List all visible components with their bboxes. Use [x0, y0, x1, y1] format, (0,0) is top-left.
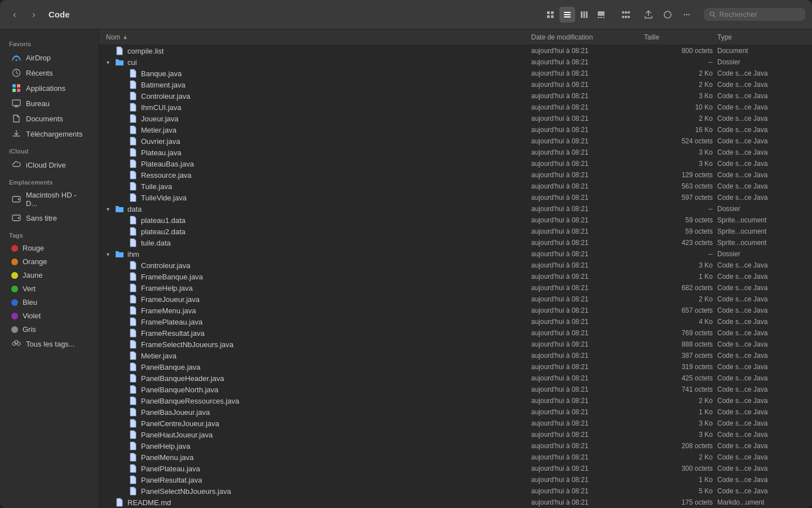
- sidebar-tag-violet[interactable]: Violet: [2, 309, 96, 322]
- file-type-icon: [129, 464, 138, 473]
- table-row[interactable]: PanelSelectNbJoueurs.java aujourd'hui à …: [99, 485, 812, 497]
- svg-rect-32: [12, 100, 20, 106]
- table-row[interactable]: compile.list aujourd'hui à 08:21 800 oct…: [99, 45, 812, 56]
- forward-button[interactable]: ›: [26, 7, 42, 23]
- list-view-button[interactable]: [559, 7, 575, 23]
- col-header-date[interactable]: Date de modification: [531, 33, 644, 41]
- sidebar-item-downloads[interactable]: Téléchargements: [2, 126, 96, 141]
- sidebar-bureau-label: Bureau: [26, 99, 50, 108]
- sidebar-item-macintosh[interactable]: Macintosh HD - D...: [2, 189, 96, 210]
- sidebar-item-documents[interactable]: Documents: [2, 111, 96, 126]
- sidebar-item-icloud-drive[interactable]: iCloud Drive: [2, 157, 96, 172]
- sidebar-tag-bleu[interactable]: Bleu: [2, 296, 96, 309]
- file-date: aujourd'hui à 08:21: [531, 340, 644, 348]
- col-header-type[interactable]: Type: [717, 33, 807, 41]
- table-row[interactable]: plateau1.data aujourd'hui à 08:21 59 oct…: [99, 214, 812, 226]
- table-row[interactable]: FrameHelp.java aujourd'hui à 08:21 682 o…: [99, 282, 812, 294]
- table-row[interactable]: Tuile.java aujourd'hui à 08:21 563 octet…: [99, 181, 812, 192]
- file-type: Document: [717, 47, 807, 55]
- table-row[interactable]: PanelBasJoueur.java aujourd'hui à 08:21 …: [99, 406, 812, 418]
- column-view-button[interactable]: [576, 7, 592, 23]
- file-name: PanelCentreJoueur.java: [104, 419, 531, 428]
- table-row[interactable]: Controleur.java aujourd'hui à 08:21 3 Ko…: [99, 90, 812, 102]
- table-row[interactable]: ▾ data aujourd'hui à 08:21 -- Dossier: [99, 203, 812, 214]
- file-size: 2 Ko: [644, 295, 717, 303]
- sidebar-item-airdrop[interactable]: AirDrop: [2, 50, 96, 65]
- tag-gris-dot: [11, 326, 18, 333]
- col-header-size[interactable]: Taille: [644, 33, 717, 41]
- file-name: PanelBanqueHeader.java: [104, 374, 531, 383]
- back-button[interactable]: ‹: [7, 7, 23, 23]
- table-row[interactable]: PanelPlateau.java aujourd'hui à 08:21 30…: [99, 463, 812, 474]
- table-row[interactable]: FrameJoueur.java aujourd'hui à 08:21 2 K…: [99, 294, 812, 305]
- file-size: 5 Ko: [644, 487, 717, 495]
- sidebar-tag-vert[interactable]: Vert: [2, 282, 96, 295]
- sidebar-item-recents[interactable]: Récents: [2, 65, 96, 80]
- more-button[interactable]: [679, 7, 695, 23]
- sidebar-tag-rouge[interactable]: Rouge: [2, 242, 96, 255]
- table-row[interactable]: PanelBanqueNorth.java aujourd'hui à 08:2…: [99, 384, 812, 395]
- table-row[interactable]: PanelHautJoueur.java aujourd'hui à 08:21…: [99, 429, 812, 440]
- file-list-container[interactable]: Nom Date de modification Taille Type com…: [99, 29, 812, 508]
- table-row[interactable]: PanelResultat.java aujourd'hui à 08:21 1…: [99, 474, 812, 485]
- table-row[interactable]: ▾ cui aujourd'hui à 08:21 -- Dossier: [99, 56, 812, 68]
- table-row[interactable]: README.md aujourd'hui à 08:21 175 octets…: [99, 497, 812, 508]
- table-row[interactable]: plateau2.data aujourd'hui à 08:21 59 oct…: [99, 226, 812, 237]
- table-row[interactable]: Banque.java aujourd'hui à 08:21 2 Ko Cod…: [99, 68, 812, 79]
- table-row[interactable]: IhmCUI.java aujourd'hui à 08:21 10 Ko Co…: [99, 102, 812, 113]
- file-type-icon: [129, 430, 138, 439]
- disclosure-triangle[interactable]: ▾: [104, 58, 112, 66]
- svg-rect-14: [622, 11, 624, 14]
- sidebar-tag-orange[interactable]: Orange: [2, 255, 96, 268]
- file-name: Banque.java: [104, 69, 531, 78]
- table-row[interactable]: TuileVide.java aujourd'hui à 08:21 597 o…: [99, 192, 812, 203]
- file-type: Code s...ce Java: [717, 171, 807, 179]
- icon-view-button[interactable]: [542, 7, 558, 23]
- file-size: 3 Ko: [644, 431, 717, 439]
- table-row[interactable]: PanelMenu.java aujourd'hui à 08:21 2 Ko …: [99, 452, 812, 463]
- sidebar-tag-all[interactable]: Tous les tags...: [2, 336, 96, 351]
- tag-button[interactable]: [660, 7, 676, 23]
- file-type-icon: [129, 272, 138, 281]
- sidebar-tag-jaune[interactable]: Jaune: [2, 269, 96, 282]
- gallery-view-button[interactable]: [593, 7, 609, 23]
- table-row[interactable]: Batiment.java aujourd'hui à 08:21 2 Ko C…: [99, 79, 812, 90]
- table-row[interactable]: PlateauBas.java aujourd'hui à 08:21 3 Ko…: [99, 158, 812, 169]
- sidebar-tag-orange-label: Orange: [23, 257, 47, 266]
- table-row[interactable]: PanelBanqueRessources.java aujourd'hui à…: [99, 395, 812, 406]
- table-row[interactable]: Ressource.java aujourd'hui à 08:21 129 o…: [99, 169, 812, 181]
- table-row[interactable]: PanelHelp.java aujourd'hui à 08:21 208 o…: [99, 440, 812, 452]
- share-button[interactable]: [641, 7, 656, 23]
- table-row[interactable]: Metier.java aujourd'hui à 08:21 16 Ko Co…: [99, 124, 812, 135]
- table-row[interactable]: PanelBanqueHeader.java aujourd'hui à 08:…: [99, 373, 812, 384]
- table-row[interactable]: tuile.data aujourd'hui à 08:21 423 octet…: [99, 237, 812, 248]
- file-name: PanelMenu.java: [104, 453, 531, 462]
- table-row[interactable]: Ouvrier.java aujourd'hui à 08:21 524 oct…: [99, 135, 812, 147]
- table-row[interactable]: FrameBanque.java aujourd'hui à 08:21 1 K…: [99, 271, 812, 282]
- sidebar-tag-gris[interactable]: Gris: [2, 323, 96, 336]
- table-row[interactable]: PanelCentreJoueur.java aujourd'hui à 08:…: [99, 418, 812, 429]
- table-row[interactable]: PanelBanque.java aujourd'hui à 08:21 319…: [99, 361, 812, 373]
- table-row[interactable]: Plateau.java aujourd'hui à 08:21 3 Ko Co…: [99, 147, 812, 158]
- table-row[interactable]: Controleur.java aujourd'hui à 08:21 3 Ko…: [99, 260, 812, 271]
- file-date: aujourd'hui à 08:21: [531, 148, 644, 156]
- sidebar-item-applications[interactable]: Applications: [2, 81, 96, 95]
- col-header-name[interactable]: Nom: [104, 33, 531, 41]
- table-row[interactable]: FrameMenu.java aujourd'hui à 08:21 657 o…: [99, 305, 812, 316]
- sidebar-item-desktop[interactable]: Bureau: [2, 96, 96, 111]
- table-row[interactable]: FrameSelectNbJoueurs.java aujourd'hui à …: [99, 339, 812, 350]
- file-date: aujourd'hui à 08:21: [531, 182, 644, 190]
- table-row[interactable]: FramePlateau.java aujourd'hui à 08:21 4 …: [99, 316, 812, 327]
- disclosure-triangle[interactable]: ▾: [104, 250, 112, 258]
- disclosure-triangle[interactable]: ▾: [104, 205, 112, 213]
- apps-view-button[interactable]: [618, 7, 634, 23]
- table-row[interactable]: ▾ ihm aujourd'hui à 08:21 -- Dossier: [99, 248, 812, 260]
- file-date: aujourd'hui à 08:21: [531, 329, 644, 337]
- svg-line-25: [714, 15, 716, 17]
- search-input[interactable]: [720, 10, 800, 19]
- table-row[interactable]: Metier.java aujourd'hui à 08:21 387 octe…: [99, 350, 812, 361]
- sidebar-item-untitled[interactable]: Sans titre: [2, 211, 96, 225]
- tags-section: Tags Rouge Orange Jaune Vert: [0, 230, 99, 351]
- table-row[interactable]: FrameResultat.java aujourd'hui à 08:21 7…: [99, 327, 812, 339]
- table-row[interactable]: Joueur.java aujourd'hui à 08:21 2 Ko Cod…: [99, 113, 812, 124]
